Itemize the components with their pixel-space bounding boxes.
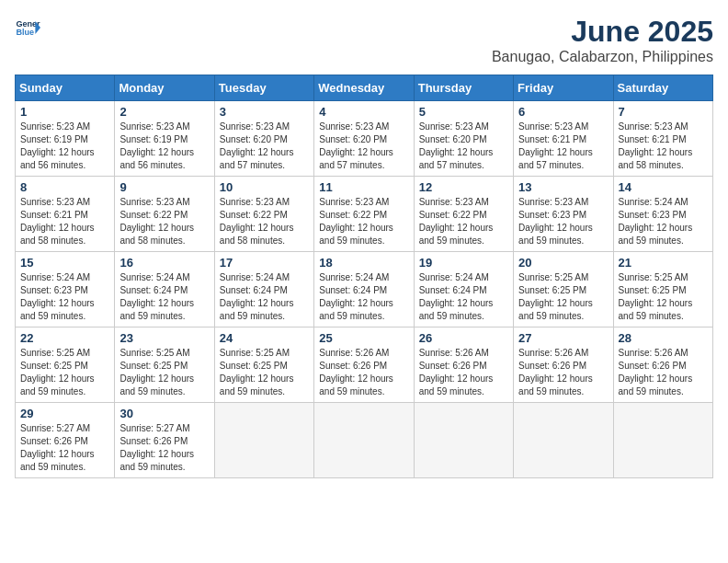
weekday-tuesday: Tuesday [214, 75, 313, 101]
calendar-week-row: 29Sunrise: 5:27 AMSunset: 6:26 PMDayligh… [16, 403, 713, 478]
calendar-cell: 16Sunrise: 5:24 AMSunset: 6:24 PMDayligh… [115, 252, 214, 327]
day-info: Sunrise: 5:26 AMSunset: 6:26 PMDaylight:… [619, 347, 708, 398]
calendar-cell: 1Sunrise: 5:23 AMSunset: 6:19 PMDaylight… [16, 101, 115, 177]
calendar-week-row: 8Sunrise: 5:23 AMSunset: 6:21 PMDaylight… [16, 177, 713, 252]
day-number: 23 [119, 331, 209, 345]
day-info: Sunrise: 5:24 AMSunset: 6:24 PMDaylight:… [220, 271, 309, 323]
calendar-week-row: 1Sunrise: 5:23 AMSunset: 6:19 PMDaylight… [16, 101, 713, 177]
calendar-cell: 30Sunrise: 5:27 AMSunset: 6:26 PMDayligh… [115, 403, 214, 478]
calendar-cell: 22Sunrise: 5:25 AMSunset: 6:25 PMDayligh… [16, 327, 115, 403]
logo-icon: General Blue [15, 15, 40, 40]
day-info: Sunrise: 5:24 AMSunset: 6:24 PMDaylight:… [419, 271, 508, 323]
day-number: 8 [20, 180, 109, 194]
day-number: 19 [419, 256, 508, 270]
calendar-cell: 29Sunrise: 5:27 AMSunset: 6:26 PMDayligh… [16, 403, 115, 478]
calendar-cell: 8Sunrise: 5:23 AMSunset: 6:21 PMDaylight… [16, 177, 115, 252]
weekday-sunday: Sunday [16, 75, 115, 101]
weekday-wednesday: Wednesday [314, 75, 414, 101]
day-number: 20 [518, 256, 608, 270]
day-info: Sunrise: 5:24 AMSunset: 6:24 PMDaylight:… [319, 271, 408, 323]
day-number: 12 [419, 180, 508, 194]
calendar-cell: 18Sunrise: 5:24 AMSunset: 6:24 PMDayligh… [314, 252, 414, 327]
day-info: Sunrise: 5:24 AMSunset: 6:24 PMDaylight:… [119, 271, 209, 323]
calendar-cell: 19Sunrise: 5:24 AMSunset: 6:24 PMDayligh… [414, 252, 513, 327]
day-number: 29 [20, 407, 109, 420]
day-info: Sunrise: 5:23 AMSunset: 6:22 PMDaylight:… [220, 196, 309, 247]
day-number: 25 [319, 331, 408, 345]
calendar-cell: 11Sunrise: 5:23 AMSunset: 6:22 PMDayligh… [314, 177, 414, 252]
day-number: 30 [119, 407, 209, 420]
day-number: 16 [119, 256, 209, 270]
calendar-cell: 12Sunrise: 5:23 AMSunset: 6:22 PMDayligh… [414, 177, 513, 252]
page-wrapper: General Blue June 2025 Banugao, Calabarz… [15, 15, 713, 478]
day-number: 14 [619, 180, 708, 194]
calendar-title: June 2025 [492, 15, 713, 49]
day-info: Sunrise: 5:27 AMSunset: 6:26 PMDaylight:… [20, 422, 109, 474]
day-info: Sunrise: 5:23 AMSunset: 6:21 PMDaylight:… [619, 121, 708, 172]
day-info: Sunrise: 5:23 AMSunset: 6:20 PMDaylight:… [419, 121, 508, 172]
day-info: Sunrise: 5:23 AMSunset: 6:19 PMDaylight:… [119, 121, 209, 172]
calendar-cell: 27Sunrise: 5:26 AMSunset: 6:26 PMDayligh… [514, 327, 613, 403]
day-info: Sunrise: 5:25 AMSunset: 6:25 PMDaylight:… [518, 271, 608, 323]
title-area: June 2025 Banugao, Calabarzon, Philippin… [492, 15, 713, 65]
day-number: 24 [220, 331, 309, 345]
calendar-cell: 14Sunrise: 5:24 AMSunset: 6:23 PMDayligh… [613, 177, 712, 252]
day-info: Sunrise: 5:25 AMSunset: 6:25 PMDaylight:… [119, 347, 209, 398]
weekday-friday: Friday [514, 75, 613, 101]
calendar-cell: 7Sunrise: 5:23 AMSunset: 6:21 PMDaylight… [613, 101, 712, 177]
day-info: Sunrise: 5:25 AMSunset: 6:25 PMDaylight:… [619, 271, 708, 323]
day-info: Sunrise: 5:23 AMSunset: 6:22 PMDaylight:… [319, 196, 408, 247]
day-number: 3 [220, 105, 309, 119]
day-number: 21 [619, 256, 708, 270]
day-info: Sunrise: 5:23 AMSunset: 6:22 PMDaylight:… [419, 196, 508, 247]
calendar-subtitle: Banugao, Calabarzon, Philippines [492, 49, 713, 65]
calendar-table: SundayMondayTuesdayWednesdayThursdayFrid… [15, 75, 713, 478]
weekday-header-row: SundayMondayTuesdayWednesdayThursdayFrid… [16, 75, 713, 101]
weekday-monday: Monday [115, 75, 214, 101]
calendar-cell [314, 403, 414, 478]
calendar-cell: 26Sunrise: 5:26 AMSunset: 6:26 PMDayligh… [414, 327, 513, 403]
svg-text:Blue: Blue [16, 28, 34, 37]
day-info: Sunrise: 5:25 AMSunset: 6:25 PMDaylight:… [20, 347, 109, 398]
calendar-cell [414, 403, 513, 478]
day-number: 27 [518, 331, 608, 345]
day-number: 5 [419, 105, 508, 119]
calendar-week-row: 22Sunrise: 5:25 AMSunset: 6:25 PMDayligh… [16, 327, 713, 403]
day-info: Sunrise: 5:26 AMSunset: 6:26 PMDaylight:… [319, 347, 408, 398]
day-number: 10 [220, 180, 309, 194]
day-number: 1 [20, 105, 109, 119]
day-info: Sunrise: 5:26 AMSunset: 6:26 PMDaylight:… [518, 347, 608, 398]
day-number: 15 [20, 256, 109, 270]
logo: General Blue [15, 15, 40, 40]
day-info: Sunrise: 5:23 AMSunset: 6:20 PMDaylight:… [319, 121, 408, 172]
day-number: 26 [419, 331, 508, 345]
calendar-cell: 9Sunrise: 5:23 AMSunset: 6:22 PMDaylight… [115, 177, 214, 252]
day-number: 6 [518, 105, 608, 119]
day-number: 11 [319, 180, 408, 194]
day-info: Sunrise: 5:26 AMSunset: 6:26 PMDaylight:… [419, 347, 508, 398]
calendar-cell: 20Sunrise: 5:25 AMSunset: 6:25 PMDayligh… [514, 252, 613, 327]
calendar-cell: 23Sunrise: 5:25 AMSunset: 6:25 PMDayligh… [115, 327, 214, 403]
day-number: 18 [319, 256, 408, 270]
calendar-cell: 21Sunrise: 5:25 AMSunset: 6:25 PMDayligh… [613, 252, 712, 327]
day-info: Sunrise: 5:24 AMSunset: 6:23 PMDaylight:… [20, 271, 109, 323]
weekday-saturday: Saturday [613, 75, 712, 101]
day-number: 2 [119, 105, 209, 119]
day-number: 4 [319, 105, 408, 119]
day-number: 7 [619, 105, 708, 119]
day-info: Sunrise: 5:23 AMSunset: 6:20 PMDaylight:… [220, 121, 309, 172]
calendar-cell: 24Sunrise: 5:25 AMSunset: 6:25 PMDayligh… [214, 327, 313, 403]
day-number: 13 [518, 180, 608, 194]
day-number: 22 [20, 331, 109, 345]
calendar-cell [613, 403, 712, 478]
calendar-cell: 4Sunrise: 5:23 AMSunset: 6:20 PMDaylight… [314, 101, 414, 177]
calendar-cell: 10Sunrise: 5:23 AMSunset: 6:22 PMDayligh… [214, 177, 313, 252]
day-info: Sunrise: 5:25 AMSunset: 6:25 PMDaylight:… [220, 347, 309, 398]
calendar-cell: 3Sunrise: 5:23 AMSunset: 6:20 PMDaylight… [214, 101, 313, 177]
calendar-cell: 15Sunrise: 5:24 AMSunset: 6:23 PMDayligh… [16, 252, 115, 327]
calendar-cell: 17Sunrise: 5:24 AMSunset: 6:24 PMDayligh… [214, 252, 313, 327]
calendar-week-row: 15Sunrise: 5:24 AMSunset: 6:23 PMDayligh… [16, 252, 713, 327]
day-info: Sunrise: 5:23 AMSunset: 6:21 PMDaylight:… [518, 121, 608, 172]
calendar-cell [214, 403, 313, 478]
day-info: Sunrise: 5:23 AMSunset: 6:21 PMDaylight:… [20, 196, 109, 247]
